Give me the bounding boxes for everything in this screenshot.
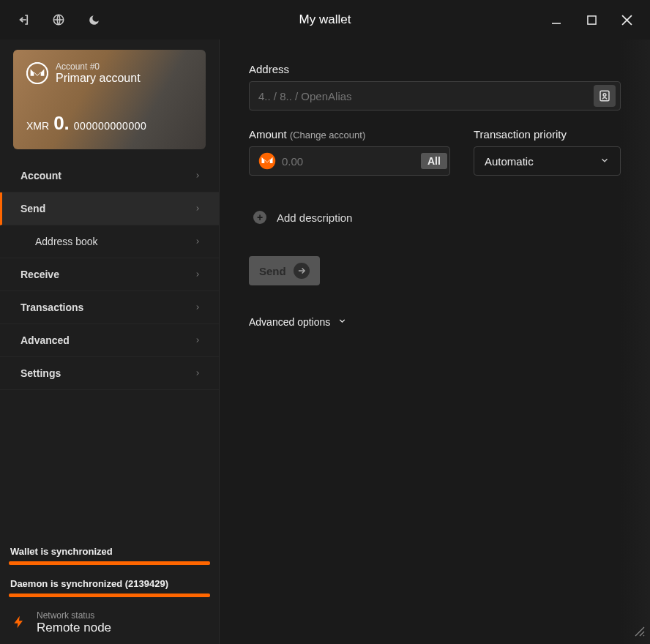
amount-all-button[interactable]: All <box>421 153 447 169</box>
chevron-right-icon <box>194 269 201 280</box>
amount-input[interactable] <box>282 155 421 168</box>
sidebar-item-label: Receive <box>20 269 59 280</box>
sidebar-item-label: Address book <box>35 236 98 247</box>
moon-icon[interactable] <box>76 4 111 35</box>
resize-grip-icon[interactable] <box>634 626 646 640</box>
chevron-down-icon <box>337 316 347 328</box>
amount-label: Amount (Change account) <box>249 128 450 141</box>
svg-rect-1 <box>587 15 595 23</box>
globe-icon[interactable] <box>41 4 76 35</box>
svg-point-4 <box>603 94 606 97</box>
priority-label: Transaction priority <box>474 128 621 141</box>
chevron-right-icon <box>194 367 201 379</box>
add-description-button[interactable]: + Add description <box>249 211 621 224</box>
account-name: Primary account <box>56 72 141 85</box>
chevron-right-icon <box>194 334 201 346</box>
window-title: My wallet <box>111 12 539 27</box>
address-book-button[interactable] <box>594 85 616 107</box>
priority-value: Automatic <box>485 155 534 168</box>
chevron-down-icon <box>599 155 610 168</box>
sidebar-item-label: Send <box>20 203 45 214</box>
network-status[interactable]: Network status Remote node <box>9 610 210 635</box>
monero-icon <box>258 152 276 170</box>
network-value: Remote node <box>37 621 111 635</box>
sidebar-item-advanced[interactable]: Advanced <box>0 324 219 357</box>
sidebar-item-label: Advanced <box>20 334 70 346</box>
account-card[interactable]: Account #0 Primary account XMR 0. 000000… <box>13 50 206 149</box>
bolt-icon <box>12 612 26 634</box>
send-button[interactable]: Send <box>249 256 320 285</box>
close-button[interactable] <box>609 4 644 35</box>
sidebar-item-label: Transactions <box>20 302 83 313</box>
wallet-sync-bar <box>9 561 210 565</box>
sidebar-item-transactions[interactable]: Transactions <box>0 291 219 324</box>
wallet-sync-status: Wallet is synchronized <box>10 546 210 557</box>
daemon-sync-bar <box>9 594 210 597</box>
minimize-button[interactable] <box>539 4 574 35</box>
sidebar-item-label: Account <box>20 170 61 181</box>
address-label: Address <box>249 63 621 75</box>
svg-point-5 <box>259 153 276 170</box>
maximize-button[interactable] <box>574 4 609 35</box>
address-input[interactable] <box>258 90 592 102</box>
change-account-link[interactable]: (Change account) <box>290 130 365 141</box>
chevron-right-icon <box>194 236 201 247</box>
network-caption: Network status <box>37 610 111 621</box>
plus-icon: + <box>253 211 266 224</box>
svg-point-2 <box>27 63 48 83</box>
chevron-right-icon <box>194 170 201 181</box>
sidebar-item-send[interactable]: Send <box>0 192 219 225</box>
sidebar-item-address-book[interactable]: Address book <box>0 225 219 258</box>
priority-select[interactable]: Automatic <box>474 146 621 176</box>
sidebar-item-account[interactable]: Account <box>0 160 219 192</box>
chevron-right-icon <box>194 302 201 313</box>
balance: XMR 0. 000000000000 <box>26 112 146 135</box>
account-number: Account #0 <box>56 61 141 72</box>
daemon-sync-status: Daemon is synchronized (2139429) <box>10 578 210 589</box>
chevron-right-icon <box>194 203 201 214</box>
sidebar-item-receive[interactable]: Receive <box>0 258 219 291</box>
advanced-options-toggle[interactable]: Advanced options <box>249 316 621 328</box>
arrow-right-icon <box>294 263 310 279</box>
monero-logo-icon <box>26 62 48 84</box>
logout-icon[interactable] <box>6 4 41 35</box>
sidebar-item-label: Settings <box>20 367 61 379</box>
sidebar-item-settings[interactable]: Settings <box>0 357 219 390</box>
